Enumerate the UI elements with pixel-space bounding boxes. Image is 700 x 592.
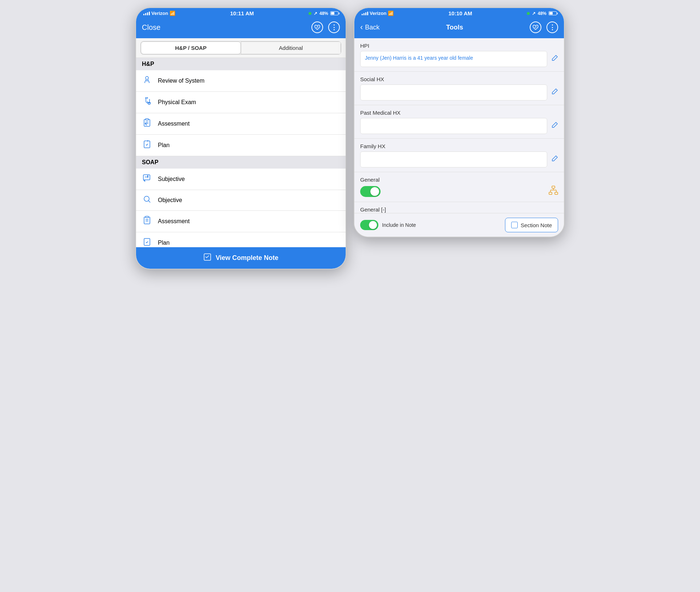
close-nav-left[interactable]: Close <box>142 23 160 32</box>
search-icon <box>142 195 152 205</box>
bottom-action-bar: Include in Note Section Note <box>354 213 564 237</box>
hpi-input[interactable]: Jenny (Jen) Harris is a 41 years year ol… <box>360 51 547 67</box>
hpi-value: Jenny (Jen) Harris is a 41 years year ol… <box>365 55 473 61</box>
social-hx-field: Social HX <box>354 72 564 105</box>
right-wifi-icon: 📶 <box>388 11 394 16</box>
left-scroll: H&P Review of System <box>136 58 346 247</box>
plan-soap-icon <box>142 237 152 247</box>
list-item-subjective[interactable]: ! Subjective <box>136 169 346 190</box>
list-item-review[interactable]: Review of System <box>136 70 346 92</box>
subjective-label: Subjective <box>158 176 185 182</box>
list-item-assessment-soap[interactable]: Assessment <box>136 211 346 232</box>
general-toggle-field: General <box>354 172 564 202</box>
back-nav-left[interactable]: ‹ Back <box>360 23 379 32</box>
right-status-right: ↗ 48% <box>527 11 557 16</box>
include-note-knob <box>369 221 377 229</box>
svg-point-17 <box>144 196 149 201</box>
list-item-physical[interactable]: Physical Exam <box>136 92 346 113</box>
family-hx-label: Family HX <box>360 143 558 149</box>
list-item-objective[interactable]: Objective <box>136 190 346 211</box>
battery-icon <box>330 11 338 15</box>
view-complete-note-bar[interactable]: View Complete Note <box>136 247 346 269</box>
include-note-label: Include in Note <box>382 222 416 228</box>
right-battery-icon <box>549 11 557 15</box>
clipboard2-icon <box>142 216 152 227</box>
family-hx-input[interactable] <box>360 151 547 167</box>
left-time: 10:11 AM <box>230 10 254 16</box>
toggle-knob <box>370 187 379 196</box>
section-note-button[interactable]: Section Note <box>505 218 558 232</box>
left-carrier: Verizon 📶 <box>143 11 175 16</box>
hpi-field: HPI Jenny (Jen) Harris is a 41 years yea… <box>354 38 564 72</box>
svg-rect-20 <box>146 216 148 218</box>
right-time: 10:10 AM <box>448 10 472 16</box>
right-health-icon[interactable] <box>530 21 541 33</box>
family-hx-row <box>360 151 558 167</box>
section-header-soap: SOAP <box>136 156 346 169</box>
svg-rect-12 <box>144 141 150 148</box>
general-toggle[interactable] <box>360 186 381 197</box>
past-medical-hx-field: Past Medical HX <box>354 105 564 139</box>
social-hx-edit-icon[interactable] <box>551 88 558 97</box>
svg-rect-14 <box>143 175 150 180</box>
svg-rect-31 <box>549 192 552 194</box>
include-note-toggle[interactable] <box>360 220 378 230</box>
svg-rect-7 <box>146 119 148 120</box>
section-note-label: Section Note <box>521 222 552 228</box>
svg-rect-30 <box>552 186 555 188</box>
view-complete-note-label: View Complete Note <box>216 254 279 262</box>
svg-point-5 <box>147 98 148 98</box>
plan-hp-icon <box>142 140 152 151</box>
right-status-bar: Verizon 📶 10:10 AM ↗ 48% <box>354 8 564 18</box>
svg-point-0 <box>146 76 148 79</box>
right-nav-right: ⋮ <box>530 21 558 33</box>
more-options-icon[interactable]: ⋮ <box>328 21 340 33</box>
right-signal-bars <box>362 12 368 15</box>
right-phone: Verizon 📶 10:10 AM ↗ 48% ‹ Back Tools <box>354 7 565 237</box>
social-hx-label: Social HX <box>360 76 558 82</box>
health-icon[interactable] <box>311 21 323 33</box>
tab-additional[interactable]: Additional <box>241 42 341 54</box>
right-location-dot <box>527 12 530 15</box>
past-medical-hx-edit-icon[interactable] <box>551 122 558 131</box>
past-medical-hx-label: Past Medical HX <box>360 110 558 116</box>
left-status-right: ↗ 48% <box>309 11 338 16</box>
svg-text:!: ! <box>147 175 148 178</box>
stethoscope-icon <box>142 97 152 108</box>
right-nav-bar: ‹ Back Tools ⋮ <box>354 18 564 38</box>
form-section: HPI Jenny (Jen) Harris is a 41 years yea… <box>354 38 564 213</box>
carrier-name: Verizon <box>151 11 168 16</box>
objective-label: Objective <box>158 197 182 204</box>
hpi-edit-icon[interactable] <box>551 55 558 64</box>
family-hx-edit-icon[interactable] <box>551 155 558 164</box>
right-scroll: HPI Jenny (Jen) Harris is a 41 years yea… <box>354 38 564 213</box>
signal-bars <box>143 12 150 15</box>
back-chevron: ‹ <box>360 23 363 32</box>
general-neg-label: General [-] <box>360 206 558 213</box>
past-medical-hx-input[interactable] <box>360 118 547 134</box>
wifi-icon: 📶 <box>170 11 175 16</box>
left-nav-right: ⋮ <box>311 21 340 33</box>
left-phone: Verizon 📶 10:11 AM ↗ 48% Close <box>135 7 346 269</box>
section-note-checkbox[interactable] <box>511 222 518 228</box>
svg-rect-23 <box>144 238 150 245</box>
clipboard-icon: ≡ <box>142 118 152 129</box>
right-more-options-icon[interactable]: ⋮ <box>546 21 558 33</box>
person-icon <box>142 75 152 86</box>
right-carrier-name: Verizon <box>370 11 386 16</box>
section-header-hp: H&P <box>136 58 346 70</box>
physical-label: Physical Exam <box>158 99 196 106</box>
left-status-bar: Verizon 📶 10:11 AM ↗ 48% <box>136 8 346 18</box>
list-item-assessment-hp[interactable]: ≡ Assessment <box>136 113 346 135</box>
close-button[interactable]: Close <box>142 23 160 32</box>
tab-bar: H&P / SOAP Additional <box>136 38 346 58</box>
org-chart-icon[interactable] <box>549 186 558 197</box>
list-item-plan-soap[interactable]: Plan <box>136 232 346 247</box>
hpi-label: HPI <box>360 43 558 49</box>
list-item-plan-hp[interactable]: Plan <box>136 135 346 156</box>
review-label: Review of System <box>158 78 204 84</box>
social-hx-input[interactable] <box>360 84 547 100</box>
back-button[interactable]: Back <box>365 24 379 31</box>
tabs-wrapper: H&P / SOAP Additional <box>140 41 341 55</box>
tab-hpsoap[interactable]: H&P / SOAP <box>141 42 241 54</box>
